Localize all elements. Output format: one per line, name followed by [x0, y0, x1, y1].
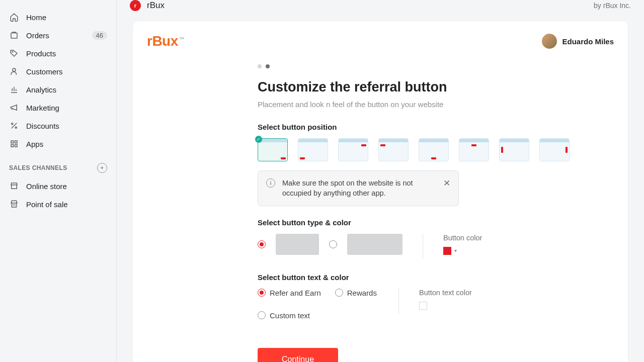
channel-online-store[interactable]: Online store	[0, 177, 116, 195]
type-preview-2	[347, 234, 403, 255]
tip-banner: i Make sure the spot on the website is n…	[258, 170, 459, 206]
store-icon	[9, 181, 19, 191]
megaphone-icon	[9, 103, 19, 113]
page-title: Customize the referral button	[258, 79, 570, 95]
nav-marketing[interactable]: Marketing	[0, 99, 116, 117]
nav-label: Customers	[26, 67, 63, 76]
byline: by rBux Inc.	[594, 2, 631, 10]
tag-icon	[9, 48, 19, 58]
position-option-4[interactable]	[378, 138, 409, 161]
avatar	[542, 34, 557, 49]
svg-rect-6	[15, 141, 18, 143]
continue-button[interactable]: Continue	[258, 348, 338, 362]
position-grid	[258, 138, 570, 161]
position-option-3[interactable]	[338, 138, 368, 161]
topbar: r rBux by rBux Inc.	[117, 0, 644, 11]
nav-label: Online store	[26, 182, 67, 191]
app-badge-icon: r	[130, 0, 141, 11]
section-type-label: Select button type & color	[258, 218, 570, 227]
add-channel-button[interactable]: +	[97, 163, 107, 173]
nav-label: Marketing	[26, 104, 59, 112]
nav-home[interactable]: Home	[0, 8, 116, 26]
chevron-down-icon: ▾	[454, 248, 457, 253]
info-icon: i	[266, 178, 275, 188]
nav-apps[interactable]: Apps	[0, 135, 116, 153]
home-icon	[9, 12, 19, 22]
main: r rBux by rBux Inc. rBux™ Eduardo Miles …	[117, 0, 644, 362]
user-name: Eduardo Miles	[562, 37, 614, 46]
svg-point-2	[13, 68, 16, 71]
page-subtitle: Placement and look n feel of the button …	[258, 100, 570, 109]
svg-point-4	[15, 127, 17, 128]
position-option-8[interactable]	[539, 138, 570, 161]
nav-products[interactable]: Products	[0, 44, 116, 62]
color-swatch	[419, 302, 427, 310]
position-option-2[interactable]	[298, 138, 328, 161]
position-option-7[interactable]	[499, 138, 529, 161]
user-icon	[9, 66, 19, 76]
text-option-refer[interactable]: Refer and Earn	[258, 289, 321, 297]
nav-label: Analytics	[26, 85, 56, 94]
text-color-picker[interactable]	[419, 302, 472, 310]
card: rBux™ Eduardo Miles Customize the referr…	[133, 21, 628, 362]
button-color-label: Button color	[443, 234, 482, 242]
nav-label: Point of sale	[26, 200, 68, 209]
nav-discounts[interactable]: Discounts	[0, 117, 116, 135]
nav-label: Products	[26, 49, 56, 58]
tip-text: Make sure the spot on the website is not…	[282, 178, 436, 199]
svg-point-3	[12, 123, 13, 125]
divider	[398, 289, 399, 314]
channel-pos[interactable]: Point of sale	[0, 195, 116, 213]
channels-header: SALES CHANNELS+	[0, 153, 116, 177]
app-title: rBux	[147, 1, 165, 11]
sidebar: Home Orders46 Products Customers Analyti…	[0, 0, 117, 362]
orders-badge: 46	[92, 31, 107, 40]
section-text-label: Select button text & color	[258, 273, 570, 282]
orders-icon	[9, 30, 19, 40]
nav-orders[interactable]: Orders46	[0, 26, 116, 44]
svg-rect-5	[11, 141, 14, 143]
position-option-1[interactable]	[258, 138, 288, 161]
svg-rect-8	[15, 145, 18, 147]
position-option-6[interactable]	[459, 138, 489, 161]
divider	[423, 234, 423, 259]
type-radio-2[interactable]	[329, 240, 337, 248]
svg-rect-0	[11, 33, 17, 39]
text-option-rewards[interactable]: Rewards	[335, 289, 377, 297]
color-picker[interactable]: ▾	[443, 247, 482, 255]
nav-customers[interactable]: Customers	[0, 62, 116, 80]
percent-icon	[9, 121, 19, 131]
chart-icon	[9, 84, 19, 95]
text-color-label: Button text color	[419, 289, 472, 297]
type-radio-1[interactable]	[258, 240, 266, 248]
svg-point-1	[12, 51, 13, 52]
step-indicator	[258, 64, 570, 68]
grid-icon	[9, 139, 19, 149]
nav-label: Discounts	[26, 122, 59, 130]
brand-logo: rBux™	[147, 33, 184, 49]
svg-rect-7	[11, 145, 14, 147]
pos-icon	[9, 199, 19, 209]
nav-label: Orders	[26, 31, 49, 40]
nav-analytics[interactable]: Analytics	[0, 80, 116, 99]
color-swatch	[443, 247, 451, 255]
close-icon[interactable]: ✕	[443, 178, 450, 189]
nav-label: Apps	[26, 140, 43, 148]
text-option-custom[interactable]: Custom text	[258, 311, 310, 320]
type-preview-1	[276, 234, 319, 255]
user-chip[interactable]: Eduardo Miles	[542, 34, 614, 49]
nav-label: Home	[26, 13, 46, 22]
position-option-5[interactable]	[419, 138, 449, 161]
section-position-label: Select button position	[258, 123, 570, 131]
